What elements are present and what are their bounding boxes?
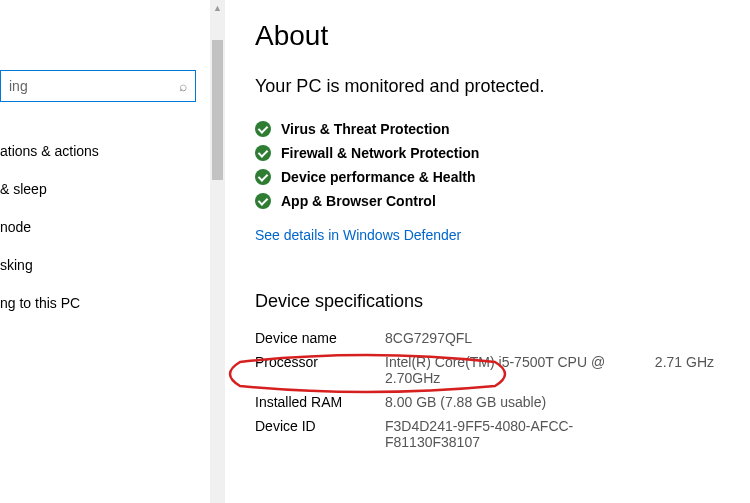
scrollbar[interactable]: ▲ [210,0,225,503]
defender-link[interactable]: See details in Windows Defender [255,227,461,243]
sidebar-item[interactable]: ng to this PC [0,284,210,322]
spec-extra [655,326,730,350]
sidebar-item[interactable]: ations & actions [0,132,210,170]
spec-extra: 2.71 GHz [655,350,730,390]
spec-row-device-name: Device name 8CG7297QFL [255,326,730,350]
search-input-container[interactable]: ⌕ [0,70,196,102]
scroll-up-icon[interactable]: ▲ [210,0,225,16]
spec-value: Intel(R) Core(TM) i5-7500T CPU @ 2.70GHz [385,350,655,390]
page-subtitle: Your PC is monitored and protected. [255,76,730,97]
check-icon [255,193,271,209]
sidebar-item[interactable]: sking [0,246,210,284]
protection-item: Virus & Threat Protection [255,117,730,141]
spec-row-device-id: Device ID F3D4D241-9FF5-4080-AFCC-F81130… [255,414,730,454]
search-icon: ⌕ [179,78,187,94]
sidebar-item[interactable]: & sleep [0,170,210,208]
spec-row-ram: Installed RAM 8.00 GB (7.88 GB usable) [255,390,730,414]
protection-label: App & Browser Control [281,193,436,209]
scroll-thumb[interactable] [212,40,223,180]
spec-label: Device name [255,326,385,350]
sidebar-item[interactable]: node [0,208,210,246]
spec-row-processor: Processor Intel(R) Core(TM) i5-7500T CPU… [255,350,730,390]
check-icon [255,145,271,161]
spec-value: 8.00 GB (7.88 GB usable) [385,390,655,414]
spec-extra [655,390,730,414]
protection-label: Virus & Threat Protection [281,121,450,137]
spec-label: Installed RAM [255,390,385,414]
spec-value: 8CG7297QFL [385,326,655,350]
protection-item: Device performance & Health [255,165,730,189]
protection-label: Device performance & Health [281,169,476,185]
spec-label: Device ID [255,414,385,454]
protection-item: Firewall & Network Protection [255,141,730,165]
spec-label: Processor [255,350,385,390]
specs-heading: Device specifications [255,291,730,312]
check-icon [255,169,271,185]
sidebar-nav: ations & actions & sleep node sking ng t… [0,132,210,322]
specs-table: Device name 8CG7297QFL Processor Intel(R… [255,326,730,454]
protection-item: App & Browser Control [255,189,730,213]
protection-label: Firewall & Network Protection [281,145,479,161]
spec-extra [655,414,730,454]
check-icon [255,121,271,137]
page-title: About [255,20,730,52]
protection-list: Virus & Threat Protection Firewall & Net… [255,117,730,213]
spec-value: F3D4D241-9FF5-4080-AFCC-F81130F38107 [385,414,655,454]
search-input[interactable] [9,78,171,94]
